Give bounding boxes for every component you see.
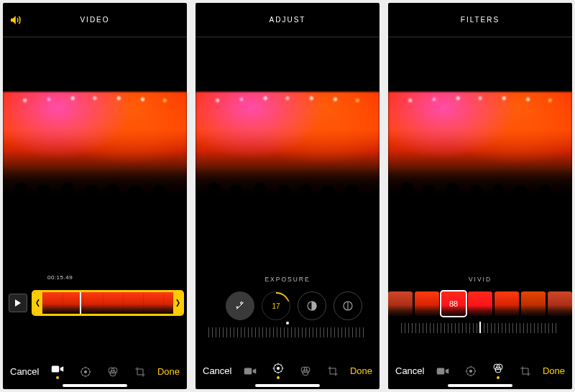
done-button[interactable]: Done	[157, 366, 180, 377]
bottom-toolbar: Cancel Done	[196, 363, 380, 379]
cancel-button[interactable]: Cancel	[395, 365, 424, 376]
home-indicator[interactable]	[448, 384, 512, 387]
trim-handle-right[interactable]	[173, 292, 182, 314]
header: ADJUST	[196, 3, 380, 37]
svg-rect-14	[436, 368, 444, 374]
done-button[interactable]: Done	[543, 365, 565, 376]
crop-icon[interactable]	[327, 365, 339, 377]
editor-panel-adjust: ADJUST EXPOSURE 17 Cancel	[196, 3, 380, 389]
svg-rect-0	[51, 366, 59, 373]
video-preview[interactable]	[388, 37, 572, 253]
cancel-button[interactable]: Cancel	[10, 366, 39, 377]
filters-icon[interactable]	[492, 363, 504, 379]
cancel-button[interactable]: Cancel	[203, 365, 231, 376]
adjust-dial-icon[interactable]	[80, 366, 91, 378]
filters-icon[interactable]	[300, 365, 311, 377]
filter-thumb[interactable]	[468, 291, 492, 316]
video-icon[interactable]	[244, 366, 257, 376]
video-preview[interactable]	[196, 37, 380, 253]
filter-thumb-selected[interactable]: 88	[441, 291, 466, 316]
exposure-value: 17	[272, 302, 280, 310]
home-indicator[interactable]	[63, 384, 127, 387]
header-title: ADJUST	[270, 16, 306, 24]
svg-point-16	[469, 370, 472, 372]
svg-point-10	[277, 367, 279, 369]
video-icon[interactable]	[436, 366, 449, 376]
done-button[interactable]: Done	[350, 365, 372, 376]
adjust-dial-icon[interactable]	[465, 365, 477, 377]
filter-thumb[interactable]	[415, 291, 439, 316]
editor-panel-video: VIDEO 00:15.49 Cancel	[3, 3, 187, 389]
header: VIDEO	[3, 3, 187, 37]
crop-icon[interactable]	[520, 365, 531, 377]
editor-panel-filters: FILTERS VIVID 88 Cancel	[388, 3, 572, 389]
bottom-toolbar: Cancel Done	[388, 363, 572, 379]
slider-origin-dot	[286, 322, 289, 325]
header-title: VIDEO	[80, 16, 109, 24]
timecode: 00:15.49	[47, 274, 73, 281]
clip-thumbnails[interactable]	[42, 292, 173, 314]
filter-thumb[interactable]	[388, 291, 413, 316]
video-preview[interactable]	[3, 37, 187, 253]
trim-clip[interactable]	[32, 290, 184, 316]
playhead[interactable]	[80, 290, 81, 316]
header: FILTERS	[388, 3, 572, 37]
adjustment-dials: 17	[226, 291, 349, 320]
sound-icon[interactable]	[9, 14, 22, 27]
highlights-dial[interactable]	[298, 291, 326, 320]
filter-label: VIVID	[469, 276, 492, 283]
timeline	[3, 290, 187, 316]
bottom-toolbar: Cancel Done	[3, 364, 187, 379]
svg-rect-8	[244, 368, 252, 374]
exposure-dial[interactable]: 17	[262, 291, 290, 320]
filter-thumb[interactable]	[494, 291, 519, 316]
header-title: FILTERS	[461, 16, 500, 24]
shadows-dial[interactable]	[334, 291, 362, 320]
adjustment-label: EXPOSURE	[264, 276, 310, 283]
adjust-dial-icon[interactable]	[272, 363, 284, 379]
video-icon[interactable]	[51, 364, 64, 379]
play-button[interactable]	[9, 294, 27, 312]
auto-enhance-dial[interactable]	[226, 291, 254, 320]
value-slider[interactable]	[208, 327, 367, 337]
intensity-slider[interactable]	[401, 323, 559, 333]
filter-thumb[interactable]	[548, 291, 572, 316]
trim-handle-left[interactable]	[34, 292, 42, 314]
home-indicator[interactable]	[255, 384, 320, 387]
filter-thumb[interactable]	[521, 291, 546, 316]
slider-indicator[interactable]	[479, 322, 481, 333]
filter-intensity-value: 88	[449, 299, 458, 308]
filters-icon[interactable]	[107, 366, 119, 378]
crop-icon[interactable]	[134, 366, 146, 378]
svg-point-2	[84, 370, 86, 373]
filter-strip[interactable]: 88	[398, 291, 562, 316]
